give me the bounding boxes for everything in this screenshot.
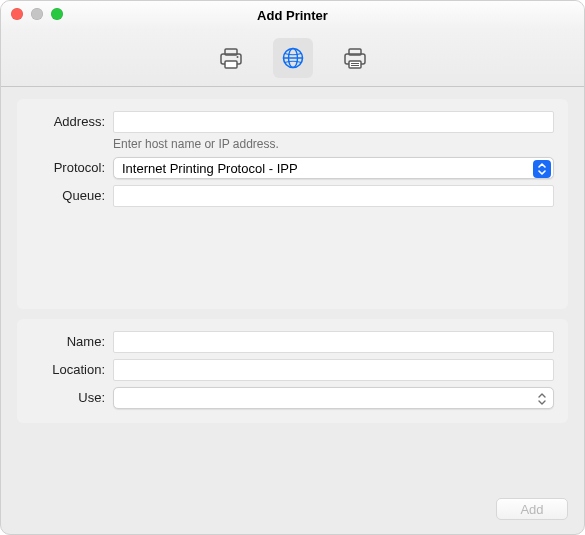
toolbar-ip-mode[interactable] xyxy=(273,38,313,78)
titlebar: Add Printer xyxy=(1,1,584,29)
globe-icon xyxy=(281,46,305,70)
queue-hint xyxy=(113,211,554,225)
queue-row: Queue: xyxy=(31,185,554,225)
protocol-row: Protocol: Internet Printing Protocol - I… xyxy=(31,157,554,179)
window-minimize-button[interactable] xyxy=(31,8,43,20)
protocol-label: Protocol: xyxy=(31,157,113,179)
use-label: Use: xyxy=(31,387,113,409)
queue-input[interactable] xyxy=(113,185,554,207)
svg-rect-2 xyxy=(225,61,237,68)
content: Address: Enter host name or IP address. … xyxy=(1,87,584,488)
window-controls xyxy=(11,8,63,20)
window-title: Add Printer xyxy=(257,8,328,23)
address-hint: Enter host name or IP address. xyxy=(113,137,554,151)
window-close-button[interactable] xyxy=(11,8,23,20)
add-printer-window: Add Printer xyxy=(0,0,585,535)
footer: Add xyxy=(1,488,584,534)
chevron-up-down-icon xyxy=(533,390,551,408)
use-select[interactable] xyxy=(113,387,554,409)
svg-rect-9 xyxy=(349,61,361,68)
address-row: Address: Enter host name or IP address. xyxy=(31,111,554,151)
location-label: Location: xyxy=(31,359,113,381)
queue-label: Queue: xyxy=(31,185,113,207)
location-row: Location: xyxy=(31,359,554,381)
use-row: Use: xyxy=(31,387,554,409)
location-input[interactable] xyxy=(113,359,554,381)
address-input[interactable] xyxy=(113,111,554,133)
add-button[interactable]: Add xyxy=(496,498,568,520)
name-row: Name: xyxy=(31,331,554,353)
protocol-select[interactable]: Internet Printing Protocol - IPP xyxy=(113,157,554,179)
printer-icon xyxy=(218,46,244,70)
window-zoom-button[interactable] xyxy=(51,8,63,20)
address-label: Address: xyxy=(31,111,113,133)
toolbar-default-mode[interactable] xyxy=(211,38,251,78)
connection-panel: Address: Enter host name or IP address. … xyxy=(17,99,568,309)
name-label: Name: xyxy=(31,331,113,353)
toolbar xyxy=(1,29,584,87)
name-input[interactable] xyxy=(113,331,554,353)
svg-point-3 xyxy=(236,56,238,58)
windows-printer-icon xyxy=(342,46,368,70)
chevron-up-down-icon xyxy=(533,160,551,178)
protocol-value: Internet Printing Protocol - IPP xyxy=(122,161,531,176)
details-panel: Name: Location: Use: xyxy=(17,319,568,423)
toolbar-windows-mode[interactable] xyxy=(335,38,375,78)
